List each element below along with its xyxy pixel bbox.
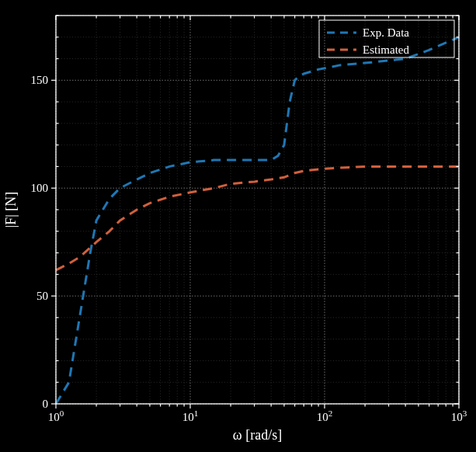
chart-container: 100101102103050100150ω [rad/s]|F| [N]Exp… [0, 0, 476, 452]
x-tick-label: 100 [48, 409, 64, 423]
grid [56, 16, 459, 404]
series-0 [56, 37, 459, 404]
y-axis-label: |F| [N] [3, 192, 19, 228]
x-tick-label: 101 [182, 409, 199, 423]
x-axis-label: ω [rad/s] [233, 427, 282, 443]
series-1 [56, 166, 459, 269]
data-series [56, 37, 459, 404]
y-tick-label: 0 [43, 398, 49, 410]
y-tick-label: 50 [36, 290, 48, 302]
x-tick-label: 102 [317, 409, 333, 423]
legend-label-1: Estimated [363, 43, 409, 56]
legend-label-0: Exp. Data [363, 26, 409, 39]
y-tick-label: 100 [31, 182, 49, 194]
legend: Exp. DataEstimated [319, 20, 454, 57]
y-tick-label: 150 [31, 74, 49, 86]
chart-svg: 100101102103050100150ω [rad/s]|F| [N]Exp… [0, 0, 476, 452]
x-tick-label: 103 [451, 409, 467, 423]
axes: 100101102103050100150ω [rad/s]|F| [N] [3, 16, 467, 443]
